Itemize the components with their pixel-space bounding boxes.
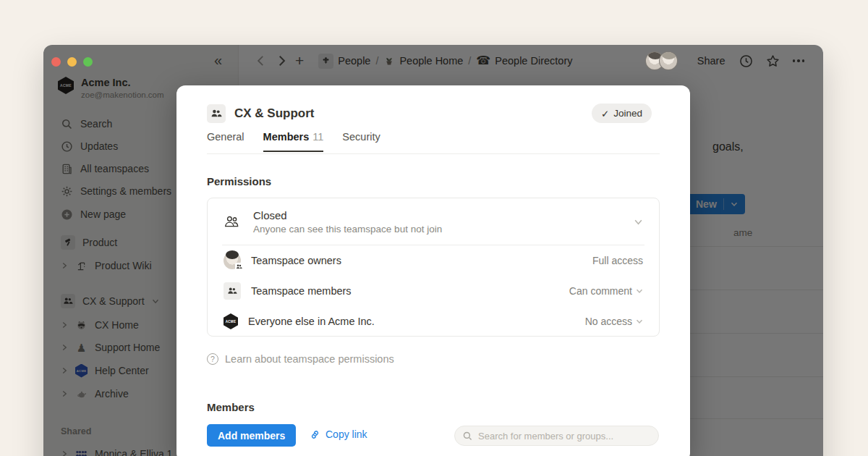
zoom-window-button[interactable] [83, 57, 93, 67]
search-icon [462, 431, 473, 442]
modal-title: CX & Support [234, 106, 315, 121]
chevron-down-icon [636, 287, 643, 295]
people-icon [224, 282, 241, 300]
help-icon: ? [207, 353, 218, 365]
access-dropdown-members[interactable]: Can comment [569, 285, 643, 297]
modal-header: CX & Support [207, 104, 315, 123]
owner-avatar [224, 252, 241, 269]
tab-members[interactable]: Members11 [263, 131, 324, 152]
minimize-window-button[interactable] [67, 57, 77, 67]
people-outline-icon [224, 214, 240, 230]
avatar[interactable] [659, 51, 678, 70]
chevron-down-icon [636, 318, 643, 325]
chevron-down-icon [634, 217, 643, 227]
check-icon: ✓ [601, 108, 609, 119]
copy-link-button[interactable]: Copy link [310, 428, 367, 440]
permissions-heading: Permissions [207, 175, 271, 187]
access-value-owners: Full access [592, 255, 643, 266]
joined-button[interactable]: ✓ Joined [592, 104, 652, 123]
members-count: 11 [312, 131, 323, 143]
permission-row-members: Teamspace members Can comment [208, 276, 659, 306]
learn-permissions-link[interactable]: ? Learn about teamspace permissions [207, 353, 394, 365]
modal-tabs: General Members11 Security [207, 131, 380, 152]
permission-row-everyone: ACME Everyone else in Acme Inc. No acces… [208, 306, 659, 337]
tab-security[interactable]: Security [342, 131, 380, 152]
window-controls [51, 57, 109, 67]
tab-general[interactable]: General [207, 131, 244, 152]
member-search-input[interactable] [478, 431, 651, 442]
link-icon [310, 429, 320, 440]
permission-row-owners: Teamspace owners Full access [208, 245, 659, 276]
members-heading: Members [207, 401, 255, 413]
member-search [454, 426, 659, 446]
people-icon [207, 104, 226, 123]
teamspace-settings-modal: CX & Support ✓ Joined General Members11 … [176, 85, 690, 456]
add-members-button[interactable]: Add members [207, 424, 296, 447]
permission-level-select[interactable]: Closed Anyone can see this teamspace but… [208, 198, 659, 245]
permission-level-title: Closed [253, 209, 621, 221]
permissions-card: Closed Anyone can see this teamspace but… [207, 198, 660, 337]
acme-logo-icon: ACME [224, 313, 238, 329]
collaborator-avatars [645, 51, 678, 70]
close-window-button[interactable] [51, 57, 61, 67]
permission-level-subtitle: Anyone can see this teamspace but not jo… [253, 224, 621, 235]
access-dropdown-everyone[interactable]: No access [585, 316, 643, 327]
people-icon [235, 263, 243, 271]
